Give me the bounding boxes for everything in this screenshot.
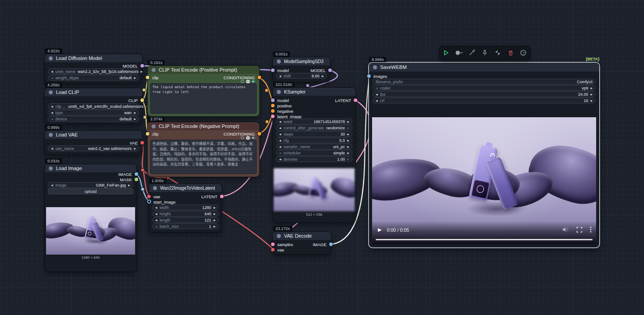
input-pin-latent-image[interactable]	[271, 115, 275, 118]
circle-toggle-icon[interactable]	[241, 136, 244, 140]
increment-arrow-icon[interactable]: ▶	[590, 93, 593, 96]
increment-arrow-icon[interactable]: ▶	[590, 99, 593, 102]
decrement-arrow-icon[interactable]: ◀	[155, 225, 157, 228]
node-header[interactable]: ModelSamplingSD3	[273, 57, 330, 65]
increment-arrow-icon[interactable]: ▶	[322, 75, 324, 77]
widget-fps[interactable]: ◀ fps 24.00 ▶	[373, 91, 596, 97]
video-play-button[interactable]: ▶	[378, 227, 381, 233]
node-header[interactable]: Load VAE	[45, 131, 142, 139]
run-button[interactable]	[441, 48, 451, 58]
input-pin-images[interactable]	[367, 74, 371, 78]
node-header[interactable]: Wan22ImageToVideoLatent	[149, 184, 222, 192]
node-header[interactable]: SaveWEBM	[369, 63, 599, 72]
input-pin-start-image[interactable]	[147, 200, 151, 204]
output-pin-mask[interactable]	[135, 178, 138, 181]
output-pin-image[interactable]	[135, 172, 138, 176]
output-pin-conditioning[interactable]	[258, 132, 261, 136]
video-preview[interactable]: GiMi ▶ 0:00 / 0:05	[372, 117, 596, 244]
output-pin-clip[interactable]	[140, 98, 144, 102]
positive-prompt-textarea[interactable]: The liquid metal behind the product circ…	[150, 83, 257, 114]
decrement-arrow-icon[interactable]: ◀	[376, 93, 378, 96]
decrement-arrow-icon[interactable]: ◀	[279, 145, 281, 148]
decrement-arrow-icon[interactable]: ◀	[279, 133, 281, 136]
output-pin-conditioning[interactable]	[258, 76, 261, 79]
node-header[interactable]: Load CLIP	[45, 88, 142, 96]
increment-arrow-icon[interactable]: ▶	[347, 152, 349, 154]
increment-arrow-icon[interactable]: ▶	[213, 213, 216, 215]
increment-arrow-icon[interactable]: ▶	[134, 147, 136, 150]
increment-arrow-icon[interactable]: ▶	[134, 77, 136, 79]
input-pin-positive[interactable]	[271, 104, 275, 107]
increment-arrow-icon[interactable]: ▶	[590, 87, 593, 89]
widget-scheduler[interactable]: ◀ scheduler simple ▶	[276, 150, 352, 156]
output-pin-latent[interactable]	[220, 195, 224, 198]
decrement-arrow-icon[interactable]: ◀	[155, 206, 157, 209]
increment-arrow-icon[interactable]: ▶	[347, 120, 349, 123]
node-load-diffusion-model[interactable]: 4.922s Load Diffusion Model MODEL ◀ unet…	[45, 54, 142, 83]
widget-weight-dtype[interactable]: ◀ weight_dtype default ▶	[48, 75, 139, 81]
widget-filename-prefix[interactable]: filename_prefix ComfyUI	[373, 79, 596, 85]
node-header[interactable]: KSampler	[273, 88, 356, 96]
increment-arrow-icon[interactable]: ▶	[213, 219, 216, 221]
decrement-arrow-icon[interactable]: ◀	[279, 120, 281, 123]
input-pin-model[interactable]	[271, 98, 275, 102]
widget-seed[interactable]: ◀ seed 18671451459378 ▶	[276, 119, 352, 124]
node-vae-decode[interactable]: 23.172s VAE Decode samples IMAGE vae	[273, 232, 331, 254]
speaker-icon[interactable]	[252, 80, 256, 83]
node-wan22-image-to-video-latent[interactable]: 1.605s Wan22ImageToVideoLatent vae LATEN…	[149, 184, 222, 232]
decrement-arrow-icon[interactable]: ◀	[279, 152, 281, 154]
decrement-arrow-icon[interactable]: ◀	[279, 158, 281, 161]
output-pin-image[interactable]	[329, 243, 333, 246]
widget-clip-name[interactable]: ◀ clip ... umt5_xxl_fp8_e4m3fn_scaled.sa…	[48, 103, 139, 109]
decrement-arrow-icon[interactable]: ◀	[51, 77, 53, 79]
widget-crf[interactable]: ◀ crf 16 ▶	[373, 98, 596, 103]
input-pin-samples[interactable]	[271, 243, 275, 246]
widget-batch-size[interactable]: ◀ batch_size 1 ▶	[152, 223, 219, 229]
increment-arrow-icon[interactable]: ▶	[347, 127, 349, 129]
node-save-webm[interactable]: 8.966s [BETA] SaveWEBM images filename_p…	[369, 63, 599, 247]
increment-arrow-icon[interactable]: ▶	[347, 139, 349, 142]
help-button[interactable]: ?	[518, 48, 528, 58]
fullscreen-icon[interactable]	[576, 227, 582, 233]
decrement-arrow-icon[interactable]: ◀	[51, 184, 53, 187]
node-ksampler[interactable]: 221.519s KSampler model LATENT positive …	[273, 88, 356, 222]
node-clip-text-encode-negative[interactable]: 2.374s CLIP Text Encode (Negative Prompt…	[148, 122, 259, 177]
decrement-arrow-icon[interactable]: ◀	[279, 139, 281, 142]
pin-button[interactable]	[480, 48, 490, 58]
increment-arrow-icon[interactable]: ▶	[347, 158, 349, 161]
increment-arrow-icon[interactable]: ▶	[347, 145, 349, 148]
input-pin-model[interactable]	[271, 68, 275, 72]
decrement-arrow-icon[interactable]: ◀	[155, 213, 157, 215]
widget-device[interactable]: ◀ device default ▶	[48, 116, 139, 122]
input-pin-negative[interactable]	[271, 109, 275, 113]
node-load-image[interactable]: 0.033s Load Image IMAGE MASK ◀ image GIM…	[45, 164, 136, 272]
widget-vae-name[interactable]: ◀ vae_name wan2.2_vae.safetensors ▶	[48, 145, 139, 151]
widget-codec[interactable]: ◀ codec vp9 ▶	[373, 85, 596, 91]
decrement-arrow-icon[interactable]: ◀	[51, 70, 53, 73]
increment-arrow-icon[interactable]: ▶	[128, 184, 130, 187]
widget-control-after-generate[interactable]: ◀ control_after_generate randomize ▶	[276, 125, 352, 131]
decrement-arrow-icon[interactable]: ◀	[51, 111, 53, 114]
widget-cfg[interactable]: ◀ cfg 5.0 ▶	[276, 137, 352, 143]
speaker-icon[interactable]	[252, 136, 256, 140]
node-header[interactable]: VAE Decode	[273, 232, 331, 240]
clear-workflow-button[interactable]	[506, 48, 516, 58]
node-header[interactable]: CLIP Text Encode (Positive Prompt)	[148, 66, 259, 74]
decrement-arrow-icon[interactable]: ◀	[376, 87, 378, 89]
node-model-sampling-sd3[interactable]: 0.001s ModelSamplingSD3 model MODEL ◀ sh…	[273, 57, 330, 82]
negative-prompt-textarea[interactable]: 色调艳丽，过曝，静态，细节模糊不清，字幕，风格，作品，画作，画面，静止，整体发灰…	[150, 140, 257, 174]
widget-image[interactable]: ◀ image GIMI_FeiFan.jpg ▶	[48, 182, 133, 188]
widget-height[interactable]: ◀ height 640 ▶	[152, 211, 219, 217]
widget-unet-name[interactable]: ◀ unet_name wan2.2_ti2v_5B_fp16.safetens…	[48, 68, 139, 74]
decrement-arrow-icon[interactable]: ◀	[51, 118, 53, 120]
decrement-arrow-icon[interactable]: ◀	[51, 105, 53, 108]
increment-arrow-icon[interactable]: ▶	[347, 133, 349, 136]
widget-shift[interactable]: ◀ shift 8.00 ▶	[276, 73, 327, 79]
status-indicator-button[interactable]	[454, 48, 464, 58]
upload-button[interactable]: upload	[48, 188, 133, 194]
decrement-arrow-icon[interactable]: ◀	[155, 219, 157, 221]
increment-arrow-icon[interactable]: ▶	[134, 111, 136, 114]
increment-arrow-icon[interactable]: ▶	[134, 118, 136, 120]
increment-arrow-icon[interactable]: ▶	[213, 206, 216, 209]
input-pin-vae[interactable]	[147, 195, 151, 198]
